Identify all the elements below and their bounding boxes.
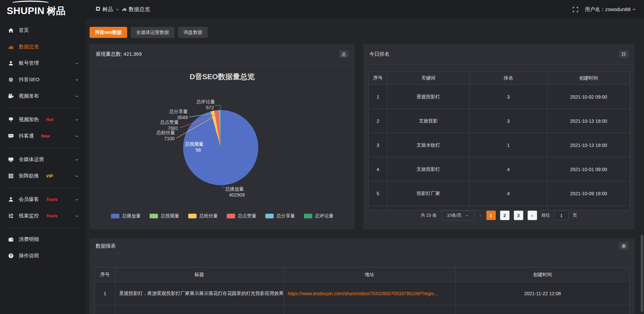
logo[interactable]: SHUPIN 树品 xyxy=(0,2,86,17)
legend-item-总点赞量[interactable]: 总点赞量 xyxy=(227,213,257,219)
rank-table-cell: 文旅投影灯 xyxy=(387,157,470,181)
sidebar-divider xyxy=(6,108,79,108)
sidebar-divider xyxy=(6,227,79,228)
bar-chart-icon xyxy=(8,44,14,50)
sidebar-badge: Tools xyxy=(46,213,57,218)
legend-item-总分享量[interactable]: 总分享量 xyxy=(265,213,295,219)
report-column-header: 地址 xyxy=(283,268,455,282)
sidebar-item-video-publish[interactable]: 视频发布 xyxy=(0,88,86,104)
report-column-header: 标题 xyxy=(115,268,283,282)
rank-panel-title: 今日排名 xyxy=(369,51,389,57)
sidebar-item-account-manage[interactable]: 账号管理 xyxy=(0,55,86,71)
sidebar-item-home[interactable]: 首页 xyxy=(0,22,86,39)
day-view-button[interactable]: 日 xyxy=(619,50,629,58)
goto-suffix: 页 xyxy=(573,212,577,218)
main-content: 抖音seo数据全媒体运营数据询盘数据 展现量总数: 421,369 总 D音SE… xyxy=(86,19,644,314)
rank-table-cell: 2021-10-09 18:00 xyxy=(547,181,630,206)
sidebar-item-media-operation[interactable]: 全媒体运营 xyxy=(0,151,86,168)
chevron-down-icon xyxy=(75,214,79,218)
sidebar-item-label: 视频加热 xyxy=(19,116,39,123)
logo-text-cn: 树品 xyxy=(47,5,66,17)
rank-column-header: 序号 xyxy=(369,71,387,85)
breadcrumb-current-label: 数据总览 xyxy=(129,6,150,13)
page-size-select[interactable]: 10条/页 xyxy=(441,210,475,220)
legend-item-总粉丝量[interactable]: 总粉丝量 xyxy=(188,213,218,219)
tab-inquiry-data[interactable]: 询盘数据 xyxy=(178,27,208,38)
rank-table-cell: 2021-10-01 09:00 xyxy=(547,157,630,181)
sidebar-item-label: 会员爆客 xyxy=(19,196,39,203)
pie-label-value: 402909 xyxy=(229,192,245,198)
sidebar-item-doukertong[interactable]: 抖客通New xyxy=(0,128,86,144)
legend-item-总播放量[interactable]: 总播放量 xyxy=(111,213,141,219)
tab-douyin-seo-data[interactable]: 抖音seo数据 xyxy=(90,27,127,38)
pie-slice-总播放量[interactable] xyxy=(183,110,258,185)
breadcrumb-item-root[interactable]: 树品 xyxy=(96,6,113,13)
chevron-down-icon xyxy=(632,7,636,11)
rank-table-cell: 2021-10-02 09:00 xyxy=(547,85,630,109)
prev-page-button[interactable]: ‹ xyxy=(479,213,482,218)
report-video-link[interactable]: https://www.iesdouyin.com/share/video/70… xyxy=(288,291,438,296)
vertical-scrollbar-thumb[interactable] xyxy=(641,235,643,312)
sidebar-item-clue-monitor[interactable]: 线索监控Tools xyxy=(0,208,86,224)
rank-pagination: 共 23 条10条/页‹123›前往页 xyxy=(363,210,635,220)
chevron-down-icon xyxy=(75,61,79,65)
breadcrumb-separator: > xyxy=(116,7,119,12)
page-button-2[interactable]: 2 xyxy=(500,211,509,220)
chat-icon xyxy=(8,133,14,139)
legend-item-总视频量[interactable]: 总视频量 xyxy=(150,213,179,219)
report-table: 序号标题地址创建时间 1景观投影灯，夜游景观投影灯厂家展示展示落花灯在花园里的灯… xyxy=(95,267,630,314)
sidebar-item-video-heat[interactable]: 视频加热Hot xyxy=(0,111,86,128)
sidebar-item-data-overview[interactable]: 数据总览 xyxy=(0,39,86,55)
tab-media-operation-data[interactable]: 全媒体运营数据 xyxy=(131,27,174,38)
legend-label: 总分享量 xyxy=(276,213,295,219)
legend-label: 总评论量 xyxy=(315,213,334,219)
report-panel-title: 数据报表 xyxy=(96,243,116,249)
rank-column-header: 创建时间 xyxy=(547,71,630,85)
rank-table-cell: 文旅投影 xyxy=(387,109,470,133)
bar-chart-icon xyxy=(122,6,127,13)
fullscreen-icon[interactable] xyxy=(573,7,578,12)
rank-table-cell: 4 xyxy=(369,157,387,181)
sidebar-badge: New xyxy=(41,134,50,139)
page-button-1[interactable]: 1 xyxy=(486,211,496,220)
pie-label-value: 572 xyxy=(206,105,214,110)
report-column-header: 创建时间 xyxy=(455,268,629,282)
legend-swatch xyxy=(227,214,235,218)
rank-table-cell: 5 xyxy=(369,181,387,206)
rank-table-cell: 景观投影灯 xyxy=(387,85,470,109)
user-icon xyxy=(8,60,14,66)
legend-item-总评论量[interactable]: 总评论量 xyxy=(304,213,334,219)
rank-table-row-clipped xyxy=(369,206,630,210)
report-cell-index: 1 xyxy=(95,282,115,305)
logo-inner: SHUPIN 树品 xyxy=(7,2,66,17)
report-table-row-clipped xyxy=(95,305,630,314)
wallet-icon xyxy=(8,237,14,242)
rank-column-header: 排名 xyxy=(469,71,547,85)
legend-label: 总点赞量 xyxy=(238,213,257,219)
user-menu[interactable]: 用户名：zswodun88 xyxy=(585,6,636,13)
rank-column-header: 关键词 xyxy=(387,71,470,85)
sliders-icon xyxy=(8,213,14,219)
sidebar-item-douyin-seo[interactable]: 抖音SEO xyxy=(0,71,86,88)
today-rank-panel: 今日排名 日 序号关键词排名创建时间 1景观投影灯32021-10-02 09:… xyxy=(363,44,635,229)
goto-label: 前往 xyxy=(541,212,550,218)
sidebar-item-member-baoke[interactable]: 会员爆客Tools xyxy=(0,191,86,208)
sidebar-item-label: 抖音SEO xyxy=(19,76,40,83)
goto-page-input[interactable] xyxy=(554,211,569,220)
chevron-down-icon xyxy=(75,118,79,122)
seo-pie-chart: 总评论量572总分享量3049总点赞量7681总粉丝量7100总视频量58总播放… xyxy=(90,44,355,229)
page-button-3[interactable]: 3 xyxy=(514,211,523,220)
next-page-button[interactable]: › xyxy=(528,211,537,220)
sidebar-item-consume-detail[interactable]: 消费明细 xyxy=(0,231,86,248)
sidebar-item-operation-guide[interactable]: ?操作说明 xyxy=(0,248,86,264)
sidebar-item-label: 首页 xyxy=(19,27,29,34)
pie-label-value: 7100 xyxy=(164,136,174,141)
data-report-panel: 数据报表 表 序号标题地址创建时间 1景观投影灯，夜游景观投影灯厂家展示展示落花… xyxy=(90,239,635,314)
breadcrumb-item-current[interactable]: 数据总览 xyxy=(122,6,150,13)
legend-label: 总粉丝量 xyxy=(199,213,218,219)
table-view-button[interactable]: 表 xyxy=(619,242,629,250)
pie-label-value: 58 xyxy=(196,147,201,153)
rank-table-cell: 1 xyxy=(369,85,387,109)
sidebar-item-matrix-boost[interactable]: 矩阵助推VIP xyxy=(0,168,86,184)
legend-swatch xyxy=(111,214,119,218)
